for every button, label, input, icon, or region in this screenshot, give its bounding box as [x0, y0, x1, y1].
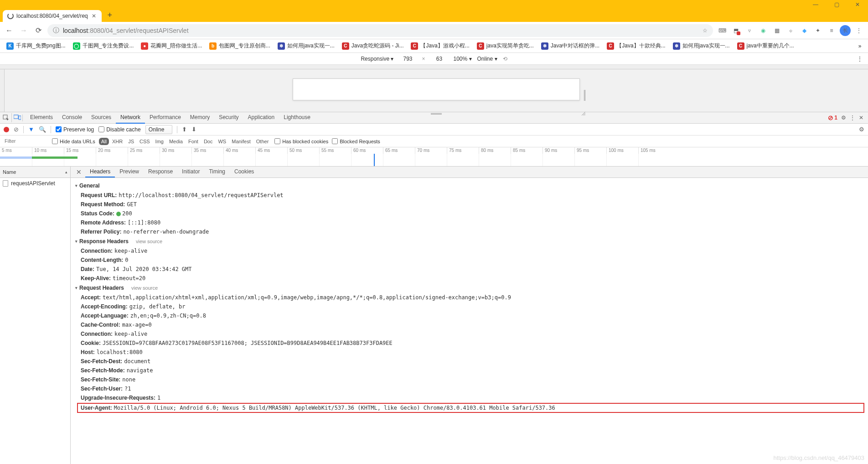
- devtools-tab-application[interactable]: Application: [243, 112, 279, 124]
- section-header[interactable]: General: [71, 181, 868, 191]
- bookmark-item[interactable]: C【Java】游戏小程...: [407, 40, 473, 52]
- extensions-icon[interactable]: ✦: [812, 25, 823, 36]
- devtools-tab-lighthouse[interactable]: Lighthouse: [279, 112, 315, 124]
- ext-icon[interactable]: ⟐: [785, 25, 796, 36]
- ext-icon[interactable]: ▦: [771, 25, 782, 36]
- disable-cache-checkbox[interactable]: Disable cache: [98, 126, 140, 133]
- filter-toggle-icon[interactable]: ▼: [28, 126, 34, 133]
- devtools-settings-icon[interactable]: ⚙: [841, 115, 846, 121]
- zoom-select[interactable]: 100% ▾: [453, 56, 471, 62]
- detail-tab-timing[interactable]: Timing: [204, 167, 230, 177]
- bookmark-item[interactable]: C【Java】十款经典...: [603, 40, 669, 52]
- filter-type-xhr[interactable]: XHR: [110, 138, 125, 145]
- filter-type-ws[interactable]: WS: [216, 138, 228, 145]
- network-overview[interactable]: 5 ms10 ms15 ms20 ms25 ms30 ms35 ms40 ms4…: [0, 147, 868, 167]
- blocked-cookies-checkbox[interactable]: Has blocked cookies: [274, 138, 328, 144]
- filter-type-doc[interactable]: Doc: [202, 138, 215, 145]
- filter-type-media[interactable]: Media: [167, 138, 185, 145]
- device-mode-icon[interactable]: [12, 115, 23, 121]
- window-close[interactable]: ✕: [847, 0, 868, 9]
- devtools-tab-memory[interactable]: Memory: [186, 112, 214, 124]
- resize-handle-right[interactable]: [584, 90, 585, 101]
- nav-forward-icon[interactable]: →: [18, 25, 29, 36]
- rotate-icon[interactable]: ⟲: [503, 56, 507, 62]
- devtools-tab-security[interactable]: Security: [214, 112, 243, 124]
- bookmark-item[interactable]: Cjava中重要的几个...: [734, 40, 798, 52]
- view-source-link[interactable]: view source: [131, 285, 158, 291]
- error-count[interactable]: 1: [828, 114, 837, 121]
- record-icon[interactable]: [4, 127, 9, 132]
- ext-icon[interactable]: ▿: [744, 25, 755, 36]
- bookmark-item[interactable]: ●花瓣网_陪你做生活...: [137, 40, 206, 52]
- ext-icon[interactable]: ⬒: [730, 25, 741, 36]
- reading-list-icon[interactable]: ≡: [826, 25, 837, 36]
- download-har-icon[interactable]: ⬇: [191, 126, 196, 133]
- preserve-log-checkbox[interactable]: Preserve log: [56, 126, 94, 133]
- section-header[interactable]: Response Headersview source: [71, 236, 868, 246]
- throttle-dropdown[interactable]: Online: [145, 125, 172, 134]
- bookmark-item[interactable]: ❄如何用java实现一...: [274, 40, 338, 52]
- bookmark-item[interactable]: ❄如何用java实现一...: [669, 40, 734, 52]
- clear-icon[interactable]: ⊘: [14, 126, 19, 133]
- url-box[interactable]: ⓘ localhost:8080/04_servlet/requestAPISe…: [47, 24, 713, 37]
- detail-tab-cookies[interactable]: Cookies: [230, 167, 258, 177]
- inspect-element-icon[interactable]: [3, 113, 12, 122]
- bookmark-item[interactable]: CJava贪吃蛇源码 - Ji...: [338, 40, 408, 52]
- star-icon[interactable]: ☆: [703, 27, 708, 34]
- nav-reload-icon[interactable]: ⟳: [33, 25, 44, 36]
- bookmarks-overflow-icon[interactable]: »: [854, 43, 865, 49]
- devtools-menu-icon[interactable]: ⋮: [850, 115, 855, 121]
- chrome-menu-icon[interactable]: ⋮: [853, 25, 864, 36]
- upload-har-icon[interactable]: ⬆: [182, 126, 187, 133]
- detail-close-icon[interactable]: ✕: [73, 168, 84, 176]
- search-icon[interactable]: 🔍: [39, 126, 46, 133]
- blocked-requests-checkbox[interactable]: Blocked Requests: [332, 138, 380, 144]
- filter-type-other[interactable]: Other: [254, 138, 271, 145]
- detail-tab-headers[interactable]: Headers: [85, 167, 115, 177]
- filter-type-font[interactable]: Font: [186, 138, 201, 145]
- ext-icon[interactable]: ◆: [799, 25, 810, 36]
- devtools-tab-sources[interactable]: Sources: [87, 112, 116, 124]
- device-width[interactable]: 793: [399, 56, 416, 62]
- new-tab-button[interactable]: +: [103, 10, 116, 22]
- nav-back-icon[interactable]: ←: [4, 25, 15, 36]
- window-maximize[interactable]: ▢: [826, 0, 847, 9]
- browser-tab[interactable]: localhost:8080/04_servlet/req ✕: [3, 10, 102, 22]
- device-select[interactable]: Responsive ▾: [361, 56, 393, 62]
- detail-tab-preview[interactable]: Preview: [115, 167, 144, 177]
- device-height[interactable]: 63: [430, 56, 448, 62]
- detail-tab-response[interactable]: Response: [144, 167, 177, 177]
- resize-handle-corner[interactable]: [582, 112, 585, 115]
- devtools-tab-performance[interactable]: Performance: [145, 112, 186, 124]
- request-list-header[interactable]: Name: [0, 167, 70, 178]
- bookmark-item[interactable]: ◯千图网_专注免费设...: [69, 40, 138, 52]
- filter-type-img[interactable]: Img: [153, 138, 166, 145]
- site-info-icon[interactable]: ⓘ: [53, 26, 59, 35]
- bookmark-item[interactable]: ❄Java中对话框的弹...: [537, 40, 603, 52]
- ext-icon[interactable]: ◉: [758, 25, 769, 36]
- network-settings-icon[interactable]: ⚙: [859, 126, 864, 133]
- detail-tab-initiator[interactable]: Initiator: [177, 167, 204, 177]
- filter-type-css[interactable]: CSS: [137, 138, 152, 145]
- filter-type-all[interactable]: All: [99, 138, 109, 145]
- filter-type-manifest[interactable]: Manifest: [229, 138, 253, 145]
- device-menu-icon[interactable]: ⋮: [857, 56, 863, 62]
- resize-handle-bottom[interactable]: [431, 113, 442, 115]
- hide-dataurls-checkbox[interactable]: Hide data URLs: [52, 138, 95, 144]
- view-source-link[interactable]: view source: [136, 239, 162, 244]
- devtools-tab-elements[interactable]: Elements: [26, 112, 57, 124]
- filter-input[interactable]: [3, 137, 48, 145]
- throttle-select[interactable]: Online ▾: [477, 56, 497, 62]
- profile-avatar[interactable]: 长: [840, 25, 851, 36]
- devtools-close-icon[interactable]: ✕: [859, 115, 863, 121]
- filter-type-js[interactable]: JS: [126, 138, 136, 145]
- bookmark-item[interactable]: b包图网_专注原创商...: [206, 40, 274, 52]
- translate-icon[interactable]: ⌨: [717, 25, 728, 36]
- bookmark-item[interactable]: Cjava实现简单贪吃...: [473, 40, 537, 52]
- section-header[interactable]: Request Headersview source: [71, 283, 868, 293]
- devtools-tab-console[interactable]: Console: [57, 112, 87, 124]
- tab-close-icon[interactable]: ✕: [91, 13, 97, 19]
- bookmark-item[interactable]: K千库网_免费png图...: [3, 40, 69, 52]
- request-row[interactable]: requestAPIServlet: [0, 178, 70, 189]
- window-minimize[interactable]: —: [805, 0, 826, 9]
